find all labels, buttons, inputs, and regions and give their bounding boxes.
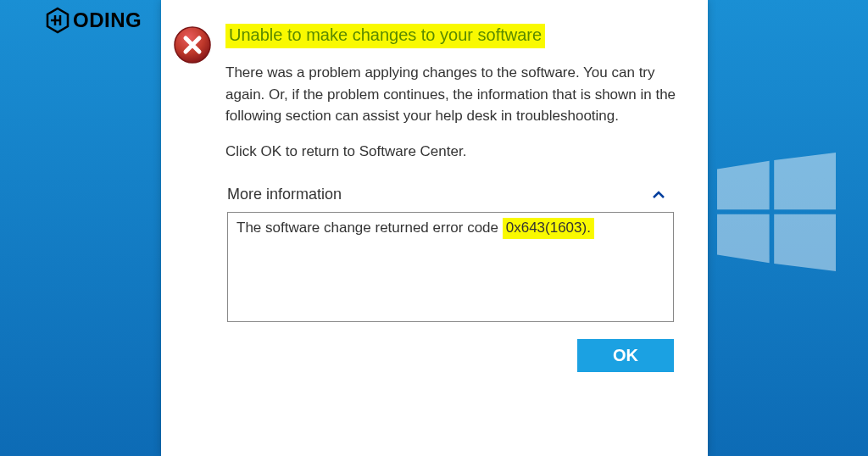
watermark-text: ODING — [73, 8, 142, 32]
svg-marker-4 — [717, 161, 770, 209]
svg-marker-6 — [717, 214, 770, 263]
error-message-prefix: The software change returned error code — [236, 220, 503, 236]
svg-marker-7 — [774, 214, 836, 271]
error-code-value: 0x643(1603). — [503, 218, 594, 239]
dialog-body-paragraph-2: Click OK to return to Software Center. — [225, 141, 681, 163]
windows-logo-icon — [717, 153, 836, 271]
coding-hex-icon — [44, 7, 71, 34]
dialog-title: Unable to make changes to your software — [225, 24, 545, 48]
dialog-body-paragraph-1: There was a problem applying changes to … — [225, 62, 681, 127]
error-dialog: Unable to make changes to your software … — [161, 0, 708, 456]
ok-button[interactable]: OK — [577, 339, 674, 372]
watermark-logo: ODING — [44, 7, 142, 34]
svg-marker-5 — [774, 153, 836, 209]
chevron-up-icon — [652, 188, 665, 202]
error-details-box: The software change returned error code … — [227, 212, 674, 322]
more-info-label: More information — [227, 186, 342, 203]
more-info-toggle[interactable]: More information — [227, 181, 674, 209]
desktop-background: ODING Unab — [0, 0, 868, 456]
error-icon — [173, 25, 212, 64]
